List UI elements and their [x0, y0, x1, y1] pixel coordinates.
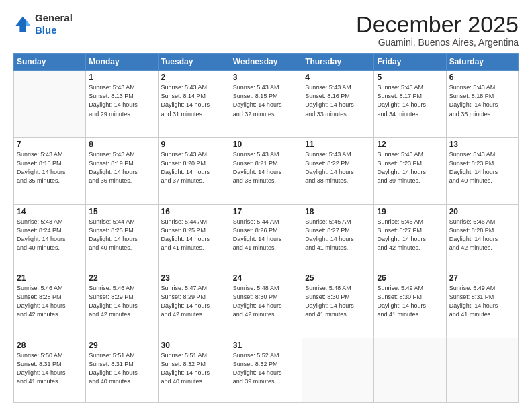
- page: General Blue December 2025 Guamini, Buen…: [0, 0, 532, 411]
- day-info: Sunrise: 5:43 AM Sunset: 8:18 PM Dayligh…: [17, 150, 83, 185]
- logo-icon: [13, 15, 32, 34]
- day-number: 26: [377, 273, 443, 283]
- calendar-cell: 16Sunrise: 5:44 AM Sunset: 8:25 PM Dayli…: [158, 204, 230, 271]
- day-info: Sunrise: 5:47 AM Sunset: 8:29 PM Dayligh…: [161, 284, 227, 319]
- day-info: Sunrise: 5:48 AM Sunset: 8:30 PM Dayligh…: [305, 284, 371, 319]
- month-title: December 2025: [356, 12, 519, 37]
- day-info: Sunrise: 5:43 AM Sunset: 8:17 PM Dayligh…: [377, 83, 443, 118]
- calendar-cell: 11Sunrise: 5:43 AM Sunset: 8:22 PM Dayli…: [302, 138, 374, 205]
- day-info: Sunrise: 5:52 AM Sunset: 8:32 PM Dayligh…: [233, 351, 299, 386]
- calendar-cell: 21Sunrise: 5:46 AM Sunset: 8:28 PM Dayli…: [14, 271, 86, 338]
- day-number: 5: [377, 73, 443, 82]
- day-number: 31: [233, 340, 299, 350]
- day-info: Sunrise: 5:43 AM Sunset: 8:16 PM Dayligh…: [305, 83, 371, 118]
- day-info: Sunrise: 5:44 AM Sunset: 8:26 PM Dayligh…: [233, 218, 299, 253]
- logo-general-text: General: [35, 12, 73, 24]
- calendar-cell: 9Sunrise: 5:43 AM Sunset: 8:20 PM Daylig…: [158, 138, 230, 205]
- day-number: 27: [449, 273, 515, 283]
- calendar-cell: 19Sunrise: 5:45 AM Sunset: 8:27 PM Dayli…: [374, 204, 446, 271]
- day-info: Sunrise: 5:43 AM Sunset: 8:18 PM Dayligh…: [449, 83, 515, 118]
- calendar-cell: 22Sunrise: 5:46 AM Sunset: 8:29 PM Dayli…: [86, 271, 158, 338]
- calendar-cell: [302, 338, 374, 402]
- day-number: 3: [233, 73, 299, 82]
- day-number: 17: [233, 207, 299, 216]
- day-number: 20: [449, 207, 515, 216]
- day-number: 2: [161, 73, 227, 82]
- calendar-cell: 6Sunrise: 5:43 AM Sunset: 8:18 PM Daylig…: [446, 71, 518, 138]
- calendar-cell: 2Sunrise: 5:43 AM Sunset: 8:14 PM Daylig…: [158, 71, 230, 138]
- day-info: Sunrise: 5:43 AM Sunset: 8:23 PM Dayligh…: [377, 150, 443, 185]
- day-info: Sunrise: 5:51 AM Sunset: 8:31 PM Dayligh…: [89, 351, 154, 386]
- logo-blue-text: Blue: [35, 24, 57, 36]
- day-number: 29: [89, 340, 154, 350]
- day-info: Sunrise: 5:48 AM Sunset: 8:30 PM Dayligh…: [233, 284, 299, 319]
- day-info: Sunrise: 5:49 AM Sunset: 8:31 PM Dayligh…: [449, 284, 515, 319]
- day-info: Sunrise: 5:45 AM Sunset: 8:27 PM Dayligh…: [305, 218, 371, 253]
- calendar-cell: 13Sunrise: 5:43 AM Sunset: 8:23 PM Dayli…: [446, 138, 518, 205]
- day-number: 16: [161, 207, 227, 216]
- day-number: 25: [305, 273, 371, 283]
- day-number: 4: [305, 73, 371, 82]
- day-info: Sunrise: 5:43 AM Sunset: 8:24 PM Dayligh…: [17, 218, 83, 253]
- logo-text: General Blue: [35, 12, 73, 36]
- calendar-cell: 25Sunrise: 5:48 AM Sunset: 8:30 PM Dayli…: [302, 271, 374, 338]
- calendar-cell: [446, 338, 518, 402]
- day-number: 28: [17, 340, 83, 350]
- day-number: 1: [89, 73, 154, 82]
- calendar-cell: 3Sunrise: 5:43 AM Sunset: 8:15 PM Daylig…: [230, 71, 302, 138]
- header: General Blue December 2025 Guamini, Buen…: [13, 12, 519, 48]
- day-info: Sunrise: 5:46 AM Sunset: 8:29 PM Dayligh…: [89, 284, 154, 319]
- col-thursday: Thursday: [302, 54, 374, 71]
- calendar-cell: 24Sunrise: 5:48 AM Sunset: 8:30 PM Dayli…: [230, 271, 302, 338]
- calendar-header-row: Sunday Monday Tuesday Wednesday Thursday…: [14, 54, 519, 71]
- day-info: Sunrise: 5:50 AM Sunset: 8:31 PM Dayligh…: [17, 351, 83, 386]
- day-info: Sunrise: 5:43 AM Sunset: 8:19 PM Dayligh…: [89, 150, 154, 185]
- calendar-table: Sunday Monday Tuesday Wednesday Thursday…: [13, 53, 519, 403]
- day-number: 23: [161, 273, 227, 283]
- day-number: 12: [377, 140, 443, 149]
- day-info: Sunrise: 5:43 AM Sunset: 8:13 PM Dayligh…: [89, 83, 154, 118]
- location-subtitle: Guamini, Buenos Aires, Argentina: [356, 37, 519, 48]
- day-info: Sunrise: 5:44 AM Sunset: 8:25 PM Dayligh…: [89, 218, 154, 253]
- calendar-cell: 28Sunrise: 5:50 AM Sunset: 8:31 PM Dayli…: [14, 338, 86, 402]
- col-friday: Friday: [374, 54, 446, 71]
- calendar-cell: 10Sunrise: 5:43 AM Sunset: 8:21 PM Dayli…: [230, 138, 302, 205]
- day-info: Sunrise: 5:43 AM Sunset: 8:22 PM Dayligh…: [305, 150, 371, 185]
- day-number: 24: [233, 273, 299, 283]
- day-number: 22: [89, 273, 154, 283]
- day-info: Sunrise: 5:51 AM Sunset: 8:32 PM Dayligh…: [161, 351, 227, 386]
- calendar-cell: 15Sunrise: 5:44 AM Sunset: 8:25 PM Dayli…: [86, 204, 158, 271]
- day-info: Sunrise: 5:43 AM Sunset: 8:20 PM Dayligh…: [161, 150, 227, 185]
- calendar-cell: 27Sunrise: 5:49 AM Sunset: 8:31 PM Dayli…: [446, 271, 518, 338]
- day-number: 11: [305, 140, 371, 149]
- day-number: 14: [17, 207, 83, 216]
- day-number: 15: [89, 207, 154, 216]
- day-info: Sunrise: 5:43 AM Sunset: 8:15 PM Dayligh…: [233, 83, 299, 118]
- day-number: 21: [17, 273, 83, 283]
- day-info: Sunrise: 5:49 AM Sunset: 8:30 PM Dayligh…: [377, 284, 443, 319]
- col-saturday: Saturday: [446, 54, 518, 71]
- day-number: 9: [161, 140, 227, 149]
- col-tuesday: Tuesday: [158, 54, 230, 71]
- title-block: December 2025 Guamini, Buenos Aires, Arg…: [356, 12, 519, 48]
- day-number: 10: [233, 140, 299, 149]
- day-number: 8: [89, 140, 154, 149]
- calendar-cell: [14, 71, 86, 138]
- day-number: 6: [449, 73, 515, 82]
- day-number: 18: [305, 207, 371, 216]
- col-monday: Monday: [86, 54, 158, 71]
- calendar-cell: 20Sunrise: 5:46 AM Sunset: 8:28 PM Dayli…: [446, 204, 518, 271]
- calendar-cell: 5Sunrise: 5:43 AM Sunset: 8:17 PM Daylig…: [374, 71, 446, 138]
- calendar-cell: 26Sunrise: 5:49 AM Sunset: 8:30 PM Dayli…: [374, 271, 446, 338]
- day-number: 30: [161, 340, 227, 350]
- day-info: Sunrise: 5:46 AM Sunset: 8:28 PM Dayligh…: [449, 218, 515, 253]
- calendar-cell: 8Sunrise: 5:43 AM Sunset: 8:19 PM Daylig…: [86, 138, 158, 205]
- calendar-cell: 29Sunrise: 5:51 AM Sunset: 8:31 PM Dayli…: [86, 338, 158, 402]
- day-info: Sunrise: 5:44 AM Sunset: 8:25 PM Dayligh…: [161, 218, 227, 253]
- calendar-cell: 18Sunrise: 5:45 AM Sunset: 8:27 PM Dayli…: [302, 204, 374, 271]
- day-info: Sunrise: 5:43 AM Sunset: 8:23 PM Dayligh…: [449, 150, 515, 185]
- day-number: 7: [17, 140, 83, 149]
- col-wednesday: Wednesday: [230, 54, 302, 71]
- day-info: Sunrise: 5:43 AM Sunset: 8:14 PM Dayligh…: [161, 83, 227, 118]
- calendar-cell: [374, 338, 446, 402]
